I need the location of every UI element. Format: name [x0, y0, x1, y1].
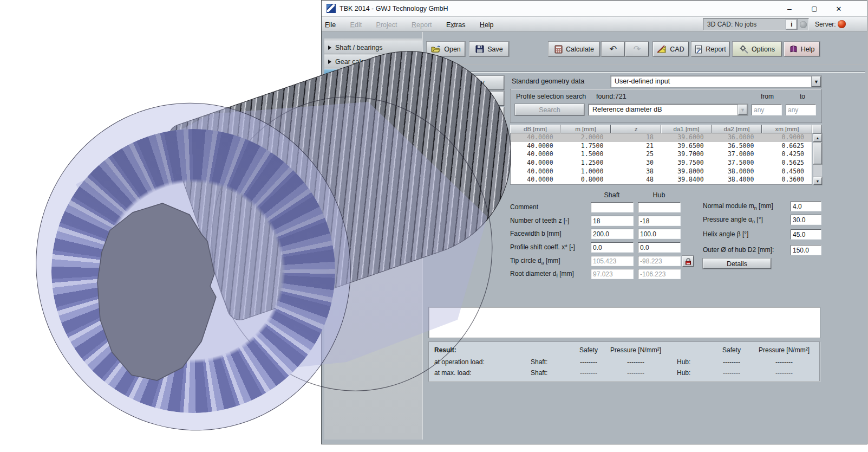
shaft-label: Shaft:: [531, 369, 547, 377]
save-button[interactable]: Save: [469, 42, 509, 56]
menu-file[interactable]: File: [325, 21, 336, 29]
menu-help[interactable]: Help: [480, 21, 494, 29]
help-button[interactable]: Help: [784, 42, 820, 56]
scrollbar-thumb[interactable]: [813, 143, 822, 164]
options-button[interactable]: Options: [733, 42, 782, 56]
tab-strength[interactable]: Strength: [426, 139, 504, 153]
message-box: [428, 307, 820, 338]
minimize-button[interactable]: –: [781, 3, 798, 15]
value-dash: --------: [757, 369, 811, 377]
hub-outer-diameter-label: Outer Ø of hub D2 [mm]:: [703, 245, 774, 255]
close-button[interactable]: ✕: [831, 3, 847, 15]
result-panel: Result: Safety Pressure [N/mm²] Safety P…: [428, 341, 820, 382]
combobox-value: User-defined input: [615, 76, 670, 87]
profile-shift-hub-input[interactable]: [638, 242, 681, 253]
sidebar-item-shaft-bearings[interactable]: Shaft / bearings: [324, 41, 422, 54]
root-diameter-shaft-input: [591, 269, 634, 279]
app-window: TBK 2014 - GWJ Technology GmbH – ▢ ✕ Fil…: [321, 0, 867, 444]
pressure-header-shaft: Pressure [N/mm²]: [603, 346, 668, 354]
sidebar-item-gear-calculation[interactable]: Gear calculation: [324, 55, 422, 68]
save-floppy-icon: [475, 45, 484, 53]
scroll-down-icon[interactable]: ▼: [813, 177, 822, 185]
comment-hub-input[interactable]: [638, 202, 681, 212]
comment-label: Comment: [510, 202, 538, 212]
helix-angle-input[interactable]: [791, 229, 821, 240]
server-led-icon: [838, 20, 846, 28]
app-icon: [327, 4, 336, 13]
content-separator-line: [427, 72, 865, 73]
table-row[interactable]: 40.00000.80004839.840038.40000.3600: [511, 176, 812, 184]
tab-tooth-form[interactable]: Tooth form: [426, 123, 504, 137]
options-tools-icon: [740, 45, 748, 54]
report-button[interactable]: Report: [691, 42, 729, 56]
details-button[interactable]: Details: [703, 259, 771, 269]
column-header-da1[interactable]: da1 [mm]: [661, 125, 712, 133]
normal-module-input[interactable]: [791, 201, 821, 211]
chevron-down-icon[interactable]: ▼: [812, 76, 821, 87]
search-to-input[interactable]: [786, 104, 816, 115]
calculate-button[interactable]: Calculate: [549, 42, 600, 56]
cad-ruler-icon: [657, 45, 667, 53]
profile-shift-shaft-input[interactable]: [591, 242, 634, 253]
column-header-xm[interactable]: xm [mm]: [762, 125, 812, 133]
cad-status-box: 3D CAD: No jobs i: [703, 18, 809, 30]
redo-button[interactable]: ↷: [625, 42, 649, 56]
pressure-header-hub: Pressure [N/mm²]: [752, 346, 817, 354]
collapsed-triangle-icon: [328, 46, 331, 50]
scroll-up-icon[interactable]: ▲: [813, 134, 822, 141]
table-row[interactable]: 40.00002.00001839.600036.00000.9000: [511, 133, 812, 142]
open-button[interactable]: Open: [427, 42, 465, 56]
teeth-shaft-input[interactable]: [591, 216, 634, 226]
menu-extras[interactable]: Extras: [446, 21, 465, 29]
chevron-down-icon[interactable]: ▼: [738, 105, 747, 115]
menu-bar: File Edit Project Report Extras Help 3D …: [322, 17, 867, 32]
geometry-grid-icon: [429, 79, 440, 87]
open-folder-icon: [431, 45, 441, 53]
column-header-dB[interactable]: dB [mm]: [510, 125, 560, 133]
tab-geometry[interactable]: Geometry: [426, 76, 504, 90]
max-load-label: at max. load:: [434, 369, 472, 377]
tab-allowances[interactable]: Allowances: [426, 107, 504, 121]
sidebar-item-bolts[interactable]: Bolts: [324, 83, 422, 96]
table-row[interactable]: 40.00001.75002139.650036.50000.6625: [511, 142, 812, 151]
menu-edit[interactable]: Edit: [350, 21, 362, 29]
table-scrollbar[interactable]: ▲ ▼: [813, 134, 822, 185]
facewidth-shaft-input[interactable]: [591, 229, 634, 239]
tip-circle-label: Tip circle da [mm]: [510, 256, 560, 268]
menu-project[interactable]: Project: [376, 21, 397, 29]
search-button[interactable]: Search: [515, 104, 584, 115]
tab-tool[interactable]: Tool: [426, 92, 504, 106]
value-dash: --------: [567, 369, 610, 377]
comment-shaft-input[interactable]: [591, 202, 634, 212]
lock-button[interactable]: [682, 256, 694, 267]
column-header-z[interactable]: z: [611, 125, 661, 133]
standard-geometry-label: Standard geometry data: [512, 76, 584, 87]
hub-outer-diameter-input[interactable]: [791, 245, 821, 255]
column-header-m[interactable]: m [mm]: [560, 125, 611, 133]
maximize-button[interactable]: ▢: [806, 3, 823, 15]
sidebar-item-connections[interactable]: Connections: [324, 69, 422, 82]
pressure-angle-input[interactable]: [791, 215, 821, 225]
report-document-icon: [695, 45, 702, 54]
table-row[interactable]: 40.00001.00003839.800038.00000.4500: [511, 167, 812, 176]
combobox-value: Reference diameter dB: [592, 105, 662, 115]
column-header-da2[interactable]: da2 [mm]: [712, 125, 762, 133]
table-row[interactable]: 40.00001.50002539.700037.00000.4250: [511, 150, 812, 159]
standard-geometry-combobox[interactable]: User-defined input ▼: [611, 76, 821, 87]
menu-report[interactable]: Report: [412, 21, 432, 29]
spline-teeth-ring: [51, 129, 335, 413]
from-label: from: [751, 93, 784, 100]
search-criterion-combobox[interactable]: Reference diameter dB ▼: [589, 104, 748, 115]
cad-button[interactable]: CAD: [653, 42, 689, 56]
info-button[interactable]: i: [786, 20, 797, 29]
title-bar[interactable]: TBK 2014 - GWJ Technology GmbH – ▢ ✕: [322, 1, 867, 17]
facewidth-hub-input[interactable]: [638, 229, 681, 239]
undo-button[interactable]: ↶: [602, 42, 625, 56]
value-dash: --------: [567, 358, 610, 366]
hub-label: Hub:: [677, 358, 690, 366]
value-dash: --------: [710, 358, 753, 366]
teeth-hub-input[interactable]: [638, 216, 681, 226]
help-book-icon: [789, 45, 798, 53]
search-from-input[interactable]: [752, 104, 782, 115]
table-row[interactable]: 40.00001.25003039.750037.50000.5625: [511, 159, 812, 167]
